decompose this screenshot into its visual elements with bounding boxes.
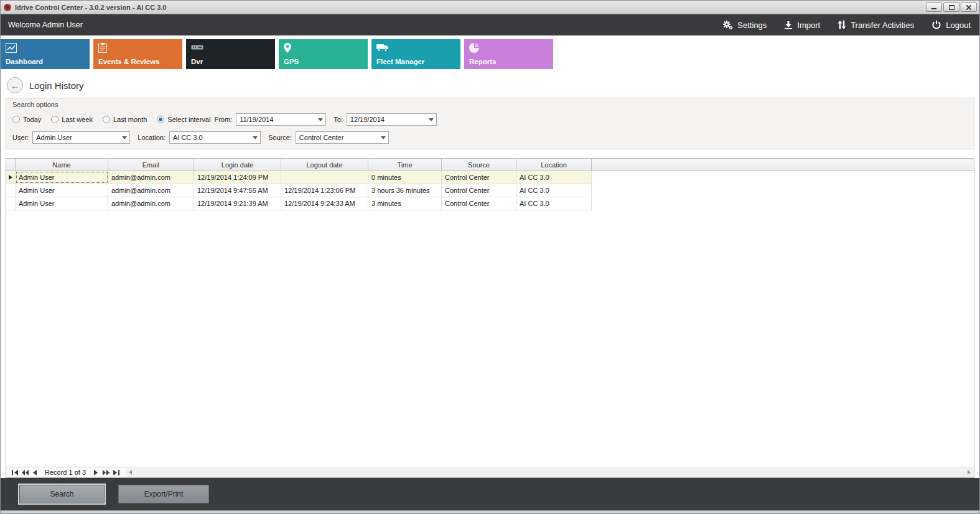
import-label: Import — [797, 21, 820, 30]
logout-button[interactable]: Logout — [931, 20, 971, 30]
window-controls — [926, 2, 977, 12]
column-header-time[interactable]: Time — [368, 159, 442, 171]
pie-chart-icon — [469, 43, 548, 53]
tile-label: Dvr — [191, 58, 203, 65]
row-indicator-icon — [9, 175, 12, 180]
cell-location[interactable]: AI CC 3.0 — [516, 171, 592, 184]
cell-name[interactable]: Admin User — [16, 184, 108, 197]
cell-login-date[interactable]: 12/19/2014 9:21:39 AM — [194, 197, 281, 210]
cell-location[interactable]: AI CC 3.0 — [516, 184, 592, 197]
user-value: Admin User — [36, 134, 118, 141]
column-header-login-date[interactable]: Login date — [194, 159, 281, 171]
record-navigator: Record 1 of 3 — [6, 467, 974, 477]
column-header-name[interactable]: Name — [16, 159, 108, 171]
cell-login-date[interactable]: 12/19/2014 9:47:55 AM — [194, 184, 281, 197]
grid-empty-area — [6, 210, 974, 467]
location-dropdown[interactable]: AI CC 3.0 — [169, 131, 261, 144]
from-date-picker[interactable]: 11/19/2014 — [236, 113, 326, 126]
cell-location[interactable]: AI CC 3.0 — [516, 197, 592, 210]
first-record-button[interactable] — [10, 468, 20, 477]
close-button[interactable] — [961, 2, 977, 12]
location-label: Location: — [138, 134, 166, 141]
chevron-down-icon — [318, 118, 323, 121]
scroll-right-icon[interactable] — [964, 468, 974, 477]
settings-button[interactable]: Settings — [722, 20, 767, 30]
column-header-source[interactable]: Source — [442, 159, 516, 171]
tile-dvr[interactable]: Dvr — [186, 39, 275, 69]
radio-today[interactable]: Today — [12, 116, 41, 123]
transfer-activities-button[interactable]: Transfer Activities — [838, 21, 914, 30]
table-row[interactable]: Admin User admin@admin.com 12/19/2014 1:… — [6, 171, 592, 184]
prev-page-button[interactable] — [20, 468, 30, 477]
table-row[interactable]: Admin User admin@admin.com 12/19/2014 9:… — [6, 197, 592, 210]
to-date-picker[interactable]: 12/19/2014 — [347, 113, 437, 126]
cell-logout-date[interactable]: 12/19/2014 1:23:06 PM — [281, 184, 368, 197]
radio-indicator — [12, 116, 20, 123]
column-header-location[interactable]: Location — [516, 159, 592, 171]
navbar: Welcome Admin User Settings — [1, 14, 979, 35]
radio-last-month[interactable]: Last month — [103, 116, 147, 123]
cell-logout-date[interactable] — [281, 171, 368, 184]
page-header: ← Login History — [1, 74, 979, 96]
cell-name[interactable]: Admin User — [16, 171, 108, 184]
tile-label: Reports — [469, 58, 496, 65]
cell-time[interactable]: 3 minutes — [368, 197, 442, 210]
back-button[interactable]: ← — [7, 77, 23, 93]
window-bottom-border — [1, 510, 979, 513]
radio-select-interval[interactable]: Select interval — [157, 116, 210, 123]
next-page-button[interactable] — [101, 468, 111, 477]
cell-email[interactable]: admin@admin.com — [108, 171, 194, 184]
import-button[interactable]: Import — [784, 21, 820, 30]
minimize-button[interactable] — [926, 2, 942, 12]
source-label: Source: — [268, 134, 292, 141]
cell-email[interactable]: admin@admin.com — [108, 184, 194, 197]
cell-source[interactable]: Control Center — [442, 184, 516, 197]
welcome-text: Welcome Admin User — [8, 21, 722, 29]
cell-name[interactable]: Admin User — [16, 197, 108, 210]
next-record-button[interactable] — [91, 468, 101, 477]
module-tiles: Dashboard Events & Reviews Dvr GPS Fleet… — [1, 35, 979, 74]
group-label: Search options — [12, 101, 968, 108]
cell-time[interactable]: 3 hours 36 minutes — [368, 184, 442, 197]
user-dropdown[interactable]: Admin User — [32, 131, 130, 144]
minimize-icon — [931, 5, 936, 10]
radio-indicator — [51, 116, 58, 123]
to-label: To: — [334, 116, 343, 123]
cell-login-date[interactable]: 12/19/2014 1:24:09 PM — [194, 171, 281, 184]
tile-events-reviews[interactable]: Events & Reviews — [93, 39, 182, 69]
tile-label: Events & Reviews — [98, 58, 159, 65]
tile-fleet-manager[interactable]: Fleet Manager — [371, 39, 460, 69]
record-count-text: Record 1 of 3 — [45, 469, 86, 476]
horizontal-scrollbar[interactable] — [126, 468, 974, 477]
cell-logout-date[interactable]: 12/19/2014 9:24:33 AM — [281, 197, 368, 210]
chevron-down-icon — [429, 118, 434, 121]
close-icon — [966, 5, 971, 10]
from-date-value: 11/19/2014 — [240, 116, 314, 123]
export-print-button[interactable]: Export/Print — [118, 485, 209, 503]
cell-source[interactable]: Control Center — [442, 171, 516, 184]
prev-record-button[interactable] — [30, 468, 40, 477]
cell-source[interactable]: Control Center — [442, 197, 516, 210]
transfer-arrows-icon — [838, 21, 846, 29]
tile-gps[interactable]: GPS — [279, 39, 368, 69]
footer-bar: Search Export/Print — [1, 478, 979, 510]
cell-time[interactable]: 0 minutes — [368, 171, 442, 184]
location-value: AI CC 3.0 — [173, 134, 249, 141]
cell-email[interactable]: admin@admin.com — [108, 197, 194, 210]
tile-dashboard[interactable]: Dashboard — [1, 39, 90, 69]
scroll-left-icon[interactable] — [126, 468, 135, 477]
column-header-email[interactable]: Email — [108, 159, 194, 171]
from-label: From: — [214, 116, 232, 123]
chevron-down-icon — [122, 136, 127, 139]
source-dropdown[interactable]: Control Center — [296, 131, 389, 144]
radio-last-week[interactable]: Last week — [51, 116, 93, 123]
maximize-button[interactable] — [943, 2, 959, 12]
table-row[interactable]: Admin User admin@admin.com 12/19/2014 9:… — [6, 184, 592, 197]
search-button[interactable]: Search — [19, 485, 105, 503]
row-indicator-cell — [6, 171, 16, 184]
column-header-logout-date[interactable]: Logout date — [281, 159, 368, 171]
last-record-button[interactable] — [111, 468, 121, 477]
tile-reports[interactable]: Reports — [464, 39, 553, 69]
radio-label: Today — [23, 116, 41, 123]
source-value: Control Center — [299, 134, 377, 141]
